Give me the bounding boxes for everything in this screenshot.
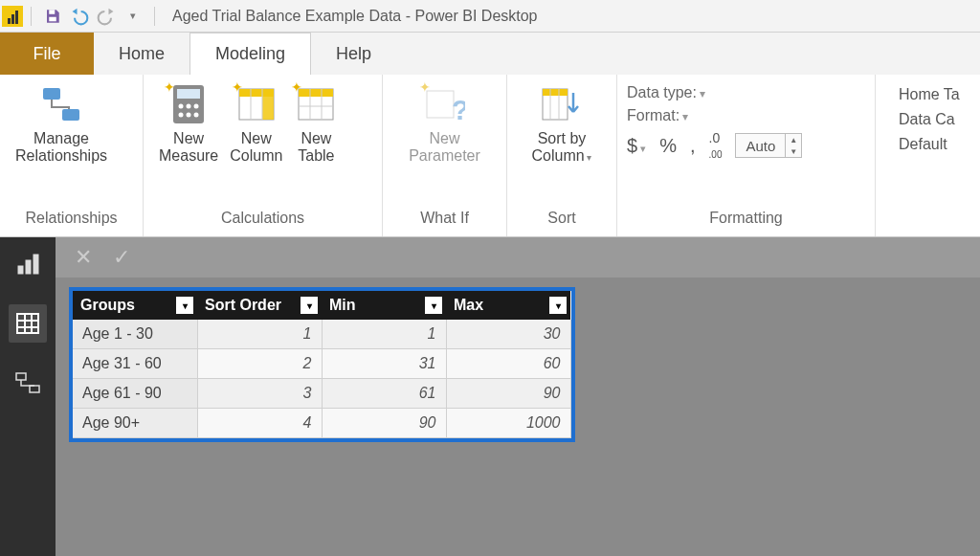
manage-relationships-button[interactable]: Manage Relationships	[10, 80, 113, 167]
undo-icon	[70, 7, 89, 26]
new-measure-button[interactable]: ✦ New Measure	[153, 80, 224, 167]
bar-chart-icon	[14, 251, 41, 278]
svg-rect-29	[26, 260, 31, 274]
svg-rect-14	[262, 89, 274, 120]
table-row[interactable]: Age 31 - 6023160	[73, 349, 570, 379]
svg-rect-25	[543, 89, 568, 96]
powerbi-logo-icon	[2, 6, 23, 27]
svg-text:?: ?	[452, 94, 465, 125]
format-dropdown[interactable]: Format:	[627, 107, 688, 124]
cell[interactable]: 1000	[446, 409, 570, 438]
table-row[interactable]: Age 90+4901000	[73, 409, 570, 438]
cell[interactable]: 90	[322, 409, 446, 438]
new-column-icon: ✦	[234, 82, 278, 126]
cell[interactable]: Age 61 - 90	[73, 379, 197, 409]
view-rail	[0, 237, 56, 556]
svg-rect-5	[177, 89, 200, 99]
svg-rect-18	[299, 89, 333, 97]
tab-modeling[interactable]: Modeling	[189, 33, 311, 75]
svg-rect-2	[43, 88, 60, 100]
percent-button[interactable]: %	[659, 135, 677, 157]
ribbon: Manage Relationships Relationships ✦ New…	[0, 75, 980, 237]
model-view-button[interactable]	[9, 364, 47, 402]
qat-customize-button[interactable]: ▾	[120, 3, 146, 30]
tab-help[interactable]: Help	[311, 33, 396, 75]
column-header[interactable]: Min▾	[322, 291, 446, 320]
group-formatting-label: Formatting	[617, 210, 875, 236]
filter-dropdown-icon[interactable]: ▾	[301, 297, 318, 314]
column-header[interactable]: Max▾	[446, 291, 570, 320]
svg-rect-37	[30, 386, 39, 392]
chevron-up-icon[interactable]: ▲	[786, 134, 801, 145]
decimal-icon: .0.00	[709, 130, 723, 161]
window-title: Aged Trial Balance Example Data - Power …	[172, 8, 538, 25]
svg-rect-28	[18, 266, 23, 274]
cell[interactable]: 1	[322, 320, 446, 349]
cell[interactable]: 31	[322, 349, 446, 379]
table-icon	[14, 310, 41, 337]
thousands-button[interactable]: ,	[690, 135, 696, 157]
svg-point-6	[179, 104, 184, 109]
svg-rect-36	[16, 373, 26, 380]
cell[interactable]: Age 90+	[73, 409, 197, 438]
cell[interactable]: 1	[197, 320, 322, 349]
default-summarization-label: Default	[899, 136, 960, 153]
tab-file[interactable]: File	[0, 33, 94, 75]
sort-icon	[540, 82, 584, 126]
svg-point-10	[187, 113, 191, 118]
tab-home[interactable]: Home	[94, 33, 189, 75]
new-column-button[interactable]: ✦ New Column	[224, 80, 288, 167]
cell[interactable]: 60	[446, 349, 570, 379]
filter-dropdown-icon[interactable]: ▾	[549, 297, 567, 314]
filter-dropdown-icon[interactable]: ▾	[425, 297, 442, 314]
decimal-places-stepper[interactable]: Auto ▲▼	[735, 133, 802, 158]
formula-input[interactable]	[145, 237, 980, 278]
save-button[interactable]	[39, 3, 66, 30]
redo-button[interactable]	[93, 3, 120, 30]
redo-icon	[97, 7, 116, 26]
home-table-label: Home Ta	[899, 86, 960, 103]
save-icon	[44, 8, 61, 25]
formula-cancel-button[interactable]: ✕	[69, 243, 98, 272]
svg-point-7	[187, 104, 191, 109]
new-parameter-button: ✦ ? New Parameter	[403, 80, 486, 167]
cell[interactable]: Age 1 - 30	[73, 320, 197, 349]
new-table-button[interactable]: ✦ New Table	[288, 80, 344, 167]
calculator-icon: ✦	[167, 82, 211, 126]
svg-rect-30	[33, 255, 38, 274]
group-relationships-label: Relationships	[0, 210, 143, 236]
formula-bar: ✕ ✓	[56, 237, 980, 278]
cell[interactable]: 61	[322, 379, 446, 409]
data-type-dropdown[interactable]: Data type:	[627, 84, 705, 101]
undo-button[interactable]	[66, 3, 93, 30]
svg-point-8	[194, 104, 199, 109]
cell[interactable]: 30	[446, 320, 570, 349]
cell[interactable]: 90	[446, 379, 570, 409]
table-row[interactable]: Age 61 - 9036190	[73, 379, 570, 409]
filter-dropdown-icon[interactable]: ▾	[176, 297, 193, 314]
svg-rect-0	[49, 10, 55, 14]
cell[interactable]: 3	[197, 379, 322, 409]
cell[interactable]: 4	[197, 409, 322, 438]
svg-rect-3	[62, 109, 79, 121]
data-view-button[interactable]	[9, 304, 47, 343]
formula-accept-button[interactable]: ✓	[107, 243, 136, 272]
chevron-down-icon[interactable]: ▼	[786, 145, 801, 157]
model-icon	[14, 369, 41, 396]
table-row[interactable]: Age 1 - 301130	[73, 320, 570, 349]
data-category-label: Data Ca	[899, 111, 960, 128]
canvas: ✕ ✓ Groups▾Sort Order▾Min▾Max▾ Age 1 - 3…	[56, 237, 980, 556]
currency-button[interactable]: $ ▾	[627, 135, 646, 157]
cell[interactable]: Age 31 - 60	[73, 349, 197, 379]
relationships-icon	[39, 82, 83, 126]
report-view-button[interactable]	[9, 245, 47, 283]
ribbon-tabstrip: File Home Modeling Help	[0, 33, 980, 75]
new-table-icon: ✦	[294, 82, 338, 126]
sort-by-column-button[interactable]: Sort by Column ▾	[526, 80, 598, 167]
svg-point-9	[179, 113, 184, 118]
cell[interactable]: 2	[197, 349, 322, 379]
svg-rect-31	[17, 314, 38, 333]
column-header[interactable]: Sort Order▾	[197, 291, 322, 320]
column-header[interactable]: Groups▾	[73, 291, 197, 320]
svg-rect-1	[49, 16, 56, 21]
